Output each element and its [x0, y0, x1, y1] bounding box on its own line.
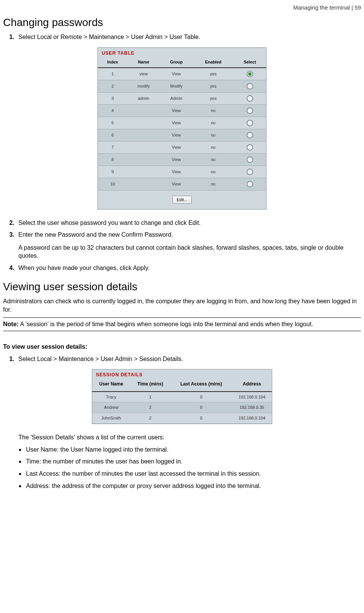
note-text: A 'session' is the period of time that b…	[19, 321, 313, 327]
cell-select	[234, 117, 266, 129]
cell-group: Admin	[160, 92, 193, 104]
cell-name: admin	[127, 92, 160, 104]
cell-last-access: 0	[171, 413, 232, 424]
cell-group: View	[160, 166, 193, 178]
step-3-note: A password can be up to 32 characters bu…	[18, 244, 361, 260]
step-3: Enter the new Password and the new Confi…	[16, 231, 361, 260]
select-radio[interactable]	[247, 156, 253, 163]
select-radio[interactable]	[247, 71, 253, 77]
cell-name	[127, 166, 160, 178]
list-item: Time: the number of minutes the user has…	[25, 457, 361, 466]
col-index: Index	[98, 57, 127, 68]
note-label: Note:	[3, 321, 19, 327]
col-last-access: Last Access (mins)	[171, 379, 232, 391]
cell-name	[127, 117, 160, 129]
cell-user: JohnSmith	[92, 413, 130, 424]
session-details-title: SESSION DETAILS	[92, 369, 272, 379]
col-address: Address	[232, 379, 272, 391]
table-row: 7Viewno	[98, 141, 266, 153]
intro-paragraph: Administrators can check who is currentl…	[3, 297, 361, 314]
cell-select	[234, 153, 266, 166]
step-1: Select Local or Remote > Maintenance > U…	[16, 33, 361, 41]
cell-enabled: yes	[193, 68, 234, 80]
table-row: 8Viewno	[98, 153, 266, 166]
cell-enabled: no	[193, 178, 234, 190]
cell-select	[234, 166, 266, 178]
session-step-1: Select Local > Maintenance > User Admin …	[16, 355, 361, 363]
cell-index: 2	[98, 80, 127, 92]
col-time: Time (mins)	[130, 379, 170, 391]
list-item: User Name: the User Name logged into the…	[25, 446, 361, 454]
subheading-view-session: To view user session details:	[3, 343, 361, 351]
table-row: Tracy10192.168.0.104	[92, 392, 272, 402]
select-radio[interactable]	[247, 144, 253, 151]
cell-address: 192.168.0.35	[232, 402, 272, 413]
cell-name	[127, 153, 160, 166]
table-row: 1viewViewyes	[98, 68, 266, 80]
cell-group: View	[160, 141, 193, 153]
cell-group: View	[160, 153, 193, 166]
table-row: 6Viewno	[98, 129, 266, 141]
col-enabled: Enabled	[193, 57, 234, 68]
cell-time: 1	[130, 392, 170, 402]
select-radio[interactable]	[247, 181, 253, 187]
cell-index: 9	[98, 166, 127, 178]
cell-select	[234, 129, 266, 141]
col-group: Group	[160, 57, 193, 68]
cell-time: 2	[130, 413, 170, 424]
cell-index: 10	[98, 178, 127, 190]
cell-enabled: no	[193, 166, 234, 178]
select-radio[interactable]	[247, 83, 253, 89]
cell-group: Modify	[160, 80, 193, 92]
select-radio[interactable]	[247, 120, 253, 126]
cell-select	[234, 178, 266, 190]
cell-name: modify	[127, 80, 160, 92]
user-table: Index Name Group Enabled Select 1viewVie…	[98, 57, 266, 190]
table-row: 4Viewno	[98, 104, 266, 117]
col-name: Name	[127, 57, 160, 68]
note-block: Note: A 'session' is the period of time …	[3, 317, 361, 331]
step-1-text: Select Local or Remote > Maintenance > U…	[18, 34, 200, 40]
page-header: Managing the terminal | 59	[3, 4, 361, 11]
session-table: User Name Time (mins) Last Access (mins)…	[92, 379, 272, 424]
cell-user: Andrew	[92, 402, 130, 413]
cell-enabled: yes	[193, 80, 234, 92]
cell-group: View	[160, 104, 193, 117]
step-3-text: Enter the new Password and the new Confi…	[18, 231, 173, 238]
table-row: Andrew20192.168.0.35	[92, 402, 272, 413]
select-radio[interactable]	[247, 107, 253, 114]
cell-last-access: 0	[171, 402, 232, 413]
cell-select	[234, 80, 266, 92]
list-item: Address: the address of the computer or …	[25, 482, 361, 490]
select-radio[interactable]	[247, 169, 253, 175]
edit-button[interactable]: Edit...	[172, 196, 192, 204]
select-radio[interactable]	[247, 132, 253, 138]
cell-enabled: no	[193, 104, 234, 117]
cell-index: 8	[98, 153, 127, 166]
cell-address: 192.168.0.104	[232, 392, 272, 402]
user-table-title: USER TABLE	[98, 48, 266, 57]
session-details-figure: SESSION DETAILS User Name Time (mins) La…	[3, 369, 361, 424]
cell-enabled: no	[193, 117, 234, 129]
cell-enabled: no	[193, 129, 234, 141]
step-2-text: Select the user whose password you want …	[18, 220, 201, 226]
table-row: JohnSmith20192.168.0.104	[92, 413, 272, 424]
cell-name	[127, 178, 160, 190]
cell-select	[234, 141, 266, 153]
cell-name: view	[127, 68, 160, 80]
cell-select	[234, 92, 266, 104]
cell-last-access: 0	[171, 392, 232, 402]
user-table-panel: USER TABLE Index Name Group Enabled Sele…	[98, 47, 266, 210]
table-row: 10Viewno	[98, 178, 266, 190]
cell-group: View	[160, 129, 193, 141]
heading-viewing-sessions: Viewing user session details	[3, 280, 361, 294]
cell-index: 1	[98, 68, 127, 80]
cell-group: View	[160, 178, 193, 190]
select-radio[interactable]	[247, 95, 253, 102]
col-user: User Name	[92, 379, 130, 391]
step-4: When you have made your changes, click A…	[16, 264, 361, 272]
cell-user: Tracy	[92, 392, 130, 402]
cell-enabled: no	[193, 153, 234, 166]
cell-select	[234, 104, 266, 117]
col-select: Select	[234, 57, 266, 68]
